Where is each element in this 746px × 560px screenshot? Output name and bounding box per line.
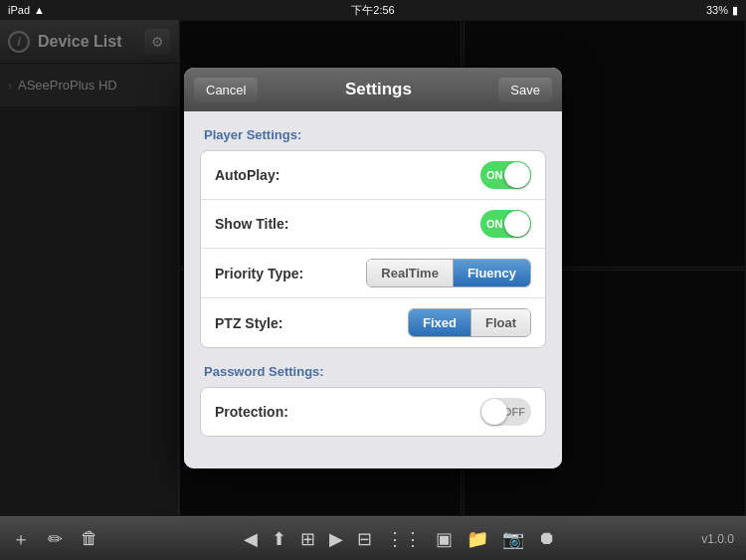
modal-header: Cancel Settings Save bbox=[184, 68, 562, 111]
version-label: v1.0.0 bbox=[701, 532, 734, 546]
modal-overlay: Cancel Settings Save Player Settings: Au… bbox=[0, 20, 746, 516]
protection-thumb bbox=[481, 399, 507, 425]
camera-icon[interactable]: 📷 bbox=[502, 528, 524, 550]
password-settings-group: Protection: OFF bbox=[200, 387, 546, 437]
toolbar-left: ＋ ✏ 🗑 bbox=[12, 527, 98, 551]
wifi-icon: ▲ bbox=[34, 4, 45, 16]
edit-icon[interactable]: ✏ bbox=[48, 528, 63, 550]
ptz-fixed-btn[interactable]: Fixed bbox=[409, 309, 470, 336]
priority-fluency-btn[interactable]: Fluency bbox=[454, 260, 530, 286]
priority-realtime-btn[interactable]: RealTime bbox=[367, 260, 453, 286]
ptz-style-segmented: Fixed Float bbox=[408, 308, 531, 337]
ptz-style-label: PTZ Style: bbox=[215, 315, 282, 331]
delete-icon[interactable]: 🗑 bbox=[81, 528, 98, 549]
modal-title: Settings bbox=[345, 80, 412, 99]
show-title-row: Show Title: ON bbox=[201, 200, 545, 249]
play-icon[interactable]: ▶ bbox=[329, 528, 343, 550]
password-settings-title: Password Settings: bbox=[200, 364, 546, 379]
protection-row: Protection: OFF bbox=[201, 388, 545, 436]
screen-icon[interactable]: ▣ bbox=[436, 528, 453, 550]
autoplay-toggle[interactable]: ON bbox=[480, 161, 531, 189]
battery-icon: ▮ bbox=[732, 4, 738, 17]
player-settings-group: AutoPlay: ON Show Title: ON bbox=[200, 150, 546, 348]
ptz-float-btn[interactable]: Float bbox=[471, 309, 530, 336]
protection-label: Protection: bbox=[215, 404, 288, 420]
status-bar: iPad ▲ 下午2:56 33% ▮ bbox=[0, 0, 746, 20]
cancel-button[interactable]: Cancel bbox=[194, 78, 258, 102]
show-title-toggle[interactable]: ON bbox=[480, 210, 531, 238]
grid16-icon[interactable]: ⋮⋮ bbox=[386, 528, 422, 550]
show-title-thumb bbox=[504, 211, 530, 237]
priority-type-segmented: RealTime Fluency bbox=[366, 259, 531, 287]
settings-modal: Cancel Settings Save Player Settings: Au… bbox=[184, 68, 562, 468]
show-title-label: Show Title: bbox=[215, 216, 288, 232]
player-settings-title: Player Settings: bbox=[200, 127, 546, 142]
back-icon[interactable]: ◀ bbox=[244, 528, 258, 550]
modal-body: Player Settings: AutoPlay: ON Show Title… bbox=[184, 111, 562, 468]
autoplay-label: AutoPlay: bbox=[215, 167, 280, 183]
status-right: 33% ▮ bbox=[706, 4, 738, 17]
grid9-icon[interactable]: ⊟ bbox=[357, 528, 372, 550]
upload-icon[interactable]: ⬆ bbox=[272, 528, 286, 550]
device-label: iPad bbox=[8, 4, 30, 16]
ptz-style-row: PTZ Style: Fixed Float bbox=[201, 298, 545, 347]
grid4-icon[interactable]: ⊞ bbox=[300, 528, 315, 550]
autoplay-toggle-label: ON bbox=[486, 169, 503, 181]
show-title-toggle-label: ON bbox=[486, 218, 503, 230]
app-area: i Device List ⚙ › ASeeProPlus HD Cancel … bbox=[0, 20, 746, 516]
autoplay-thumb bbox=[504, 162, 530, 188]
battery-label: 33% bbox=[706, 4, 728, 16]
bottom-toolbar: ＋ ✏ 🗑 ◀ ⬆ ⊞ ▶ ⊟ ⋮⋮ ▣ 📁 📷 ⏺ v1.0.0 bbox=[0, 516, 746, 560]
toolbar-center: ◀ ⬆ ⊞ ▶ ⊟ ⋮⋮ ▣ 📁 📷 ⏺ bbox=[244, 528, 556, 550]
folder-icon[interactable]: 📁 bbox=[466, 528, 488, 550]
save-button[interactable]: Save bbox=[498, 78, 552, 102]
protection-toggle[interactable]: OFF bbox=[480, 398, 531, 426]
status-time: 下午2:56 bbox=[351, 3, 394, 18]
status-left: iPad ▲ bbox=[8, 4, 45, 16]
record-icon[interactable]: ⏺ bbox=[538, 528, 556, 549]
autoplay-row: AutoPlay: ON bbox=[201, 151, 545, 200]
priority-type-row: Priority Type: RealTime Fluency bbox=[201, 249, 545, 298]
add-icon[interactable]: ＋ bbox=[12, 527, 30, 551]
priority-type-label: Priority Type: bbox=[215, 266, 303, 281]
